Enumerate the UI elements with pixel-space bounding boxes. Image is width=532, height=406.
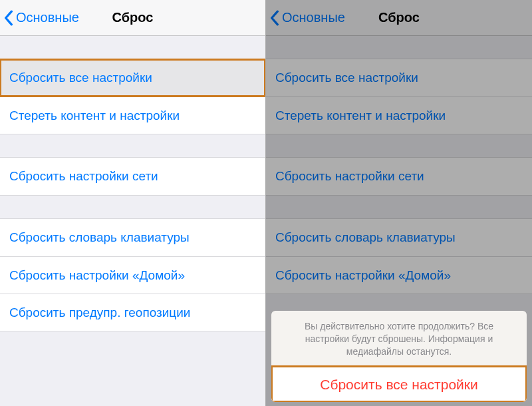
group-3: Сбросить словарь клавиатуры Сбросить нас… [0,218,265,331]
chevron-left-icon [4,10,13,26]
group-1: Сбросить все настройки Стереть контент и… [266,59,532,134]
spacer [0,134,265,157]
pane-right: Основные Сброс Сбросить все настройки Ст… [266,0,532,406]
group-1: Сбросить все настройки Стереть контент и… [0,59,265,134]
erase-content-settings[interactable]: Стереть контент и настройки [0,97,265,134]
reset-keyboard-dictionary[interactable]: Сбросить словарь клавиатуры [266,219,532,256]
page-title: Сброс [378,10,420,25]
back-button[interactable]: Основные [0,10,79,26]
back-button[interactable]: Основные [266,10,345,26]
pane-left: Основные Сброс Сбросить все настройки Ст… [0,0,266,406]
confirm-reset-button[interactable]: Сбросить все настройки [271,366,527,402]
app-container: Основные Сброс Сбросить все настройки Ст… [0,0,532,406]
back-label: Основные [282,10,345,25]
reset-location-warnings[interactable]: Сбросить предупр. геопозиции [0,294,265,331]
back-label: Основные [16,10,79,25]
action-sheet-message: Вы действительно хотите продолжить? Все … [271,311,527,366]
spacer [0,36,265,59]
group-3: Сбросить словарь клавиатуры Сбросить нас… [266,218,532,294]
chevron-left-icon [270,10,279,26]
reset-keyboard-dictionary[interactable]: Сбросить словарь клавиатуры [0,219,265,256]
action-sheet-card: Вы действительно хотите продолжить? Все … [271,311,527,402]
spacer [0,196,265,218]
spacer [266,196,532,218]
reset-all-settings[interactable]: Сбросить все настройки [0,59,265,97]
reset-network-settings[interactable]: Сбросить настройки сети [266,158,532,195]
reset-home-layout[interactable]: Сбросить настройки «Домой» [266,256,532,294]
spacer [266,134,532,157]
erase-content-settings[interactable]: Стереть контент и настройки [266,97,532,134]
reset-all-settings[interactable]: Сбросить все настройки [266,59,532,97]
action-sheet: Вы действительно хотите продолжить? Все … [271,311,527,402]
navbar: Основные Сброс [0,0,265,36]
reset-network-settings[interactable]: Сбросить настройки сети [0,158,265,195]
page-title: Сброс [112,10,154,25]
group-2: Сбросить настройки сети [0,157,265,196]
spacer [266,36,532,59]
navbar: Основные Сброс [266,0,532,36]
group-2: Сбросить настройки сети [266,157,532,196]
reset-home-layout[interactable]: Сбросить настройки «Домой» [0,256,265,294]
